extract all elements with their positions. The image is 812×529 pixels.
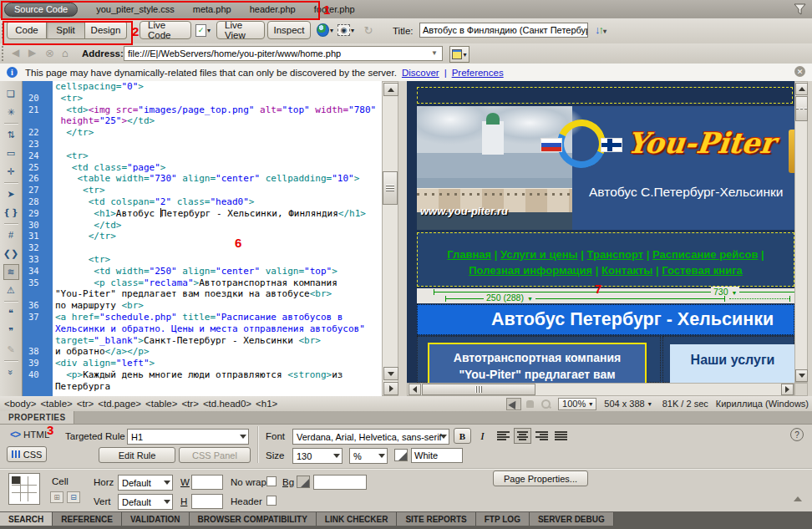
related-file-tab[interactable]: meta.php bbox=[193, 4, 231, 14]
nav-link[interactable]: Контакты bbox=[601, 264, 652, 277]
results-tab-site-reports[interactable]: SITE REPORTS bbox=[397, 512, 475, 526]
highlight-invalid-icon[interactable]: ❮❯ bbox=[3, 246, 19, 262]
home-icon[interactable]: ⌂ bbox=[62, 47, 69, 59]
italic-button[interactable]: I bbox=[474, 428, 491, 444]
unit-dropdown[interactable]: % bbox=[349, 448, 388, 464]
css-mode-button[interactable]: CSS bbox=[7, 446, 47, 462]
align-left-button[interactable] bbox=[495, 428, 512, 444]
align-justify-button[interactable] bbox=[552, 428, 570, 444]
split-view-button[interactable]: Split bbox=[47, 21, 85, 39]
nav-link[interactable]: Транспорт bbox=[587, 248, 644, 261]
filter-related-files-icon[interactable] bbox=[794, 3, 806, 18]
related-file-tab[interactable]: you_piter_style.css bbox=[96, 4, 175, 14]
tag-selector-item[interactable]: <table> bbox=[145, 399, 177, 409]
close-infobar-icon[interactable]: ✕ bbox=[794, 66, 805, 77]
design-view[interactable]: You-Piter Автобус С.Петербург-Хельсинки … bbox=[407, 81, 808, 396]
table-width-bar[interactable]: 730 ▼ 250 (288) ▼ bbox=[417, 288, 794, 303]
nav-link[interactable]: Расписание рейсов bbox=[652, 248, 758, 261]
bold-button[interactable]: B bbox=[454, 428, 471, 444]
height-input[interactable] bbox=[191, 494, 223, 509]
nowrap-checkbox[interactable] bbox=[266, 476, 277, 486]
vert-dropdown[interactable]: Default bbox=[118, 494, 173, 510]
code-navigator-icon[interactable]: ✳ bbox=[3, 104, 19, 120]
edit-rule-button[interactable]: Edit Rule bbox=[99, 447, 175, 463]
stop-icon[interactable]: ⊗ bbox=[45, 47, 54, 59]
code-vertical-scrollbar[interactable] bbox=[382, 81, 398, 396]
nav-link[interactable]: Гостевая книга bbox=[662, 264, 743, 277]
design-right-cell[interactable]: Наши услуги bbox=[662, 336, 794, 383]
width-input[interactable] bbox=[191, 475, 223, 490]
design-empty-table-row[interactable] bbox=[417, 87, 793, 104]
results-tab-reference[interactable]: REFERENCE bbox=[53, 512, 122, 526]
select-parent-tag-icon[interactable]: ➤ bbox=[3, 186, 19, 202]
size-dropdown[interactable]: 130 bbox=[292, 448, 343, 464]
related-file-tab[interactable]: footer.php bbox=[314, 4, 355, 14]
apply-comment-icon[interactable]: ❝ bbox=[3, 305, 19, 321]
remove-comment-icon[interactable]: ❞ bbox=[3, 323, 19, 339]
select-tool-icon[interactable] bbox=[506, 398, 521, 410]
html-mode-button[interactable]: <>HTML bbox=[10, 429, 49, 440]
source-code-button[interactable]: Source Code bbox=[4, 3, 78, 17]
results-tab-browser-compatibility[interactable]: BROWSER COMPATIBILITY bbox=[190, 512, 317, 526]
back-icon[interactable]: ◀ bbox=[12, 47, 19, 58]
word-wrap-icon[interactable]: ≋ bbox=[3, 264, 19, 280]
tag-selector-item[interactable]: <h1> bbox=[256, 399, 277, 409]
font-dropdown[interactable]: Verdana, Arial, Helvetica, sans-serif bbox=[292, 429, 449, 445]
file-transfer-icon[interactable]: ↓↑▾ bbox=[595, 23, 605, 36]
tag-selector-item[interactable]: <body> bbox=[4, 399, 36, 409]
expand-all-icon[interactable]: ✛ bbox=[3, 164, 19, 180]
design-left-cell[interactable]: Автотранспортная компания "You-Piter" пр… bbox=[417, 336, 661, 383]
view-options-icon[interactable]: ▾ bbox=[449, 46, 469, 63]
help-icon[interactable]: ? bbox=[790, 428, 804, 441]
promo-box[interactable]: Автотранспортная компания "You-Piter" пр… bbox=[428, 343, 647, 383]
results-tab-server-debug[interactable]: SERVER DEBUG bbox=[530, 512, 614, 526]
syntax-error-alerts-icon[interactable]: ⚠ bbox=[3, 282, 19, 298]
related-file-tab[interactable]: header.php bbox=[250, 4, 296, 14]
live-view-button[interactable]: Live View bbox=[216, 21, 265, 39]
design-h1-heading[interactable]: Автобус Петербург - Хельсинки bbox=[417, 304, 794, 335]
services-box[interactable]: Наши услуги bbox=[670, 344, 794, 383]
tag-selector-item[interactable]: <tr> bbox=[181, 399, 198, 409]
horz-dropdown[interactable]: Default bbox=[118, 475, 173, 491]
visual-aids-eye-icon[interactable]: ◉▾ bbox=[337, 23, 354, 38]
zoom-level-dropdown[interactable]: 100% ▾ bbox=[558, 398, 596, 410]
preview-in-browser-icon[interactable]: ▾ bbox=[317, 23, 333, 38]
collapse-full-tag-icon[interactable]: ⇅ bbox=[3, 127, 19, 143]
window-size-dropdown[interactable]: 504 x 388 ▾ bbox=[601, 398, 654, 410]
tag-selector-item[interactable]: <tr> bbox=[77, 399, 94, 409]
address-dropdown-icon[interactable]: ▼ bbox=[431, 49, 438, 57]
results-tab-link-checker[interactable]: LINK CHECKER bbox=[317, 512, 398, 526]
balance-braces-icon[interactable]: ❴❵ bbox=[3, 205, 19, 221]
open-documents-icon[interactable]: ❏ bbox=[3, 86, 19, 102]
title-input[interactable]: Автобус в Финляндию (Санкт Петербург - Х… bbox=[419, 23, 588, 38]
collapse-selection-icon[interactable]: ▭ bbox=[3, 145, 19, 161]
inspect-button[interactable]: Inspect bbox=[267, 21, 311, 39]
discover-link[interactable]: Discover bbox=[402, 68, 439, 78]
bg-color-input[interactable] bbox=[313, 475, 367, 490]
properties-tab[interactable]: PROPERTIES bbox=[0, 411, 74, 424]
live-code-button[interactable]: Live Code bbox=[140, 21, 191, 39]
collapse-panel-icon[interactable] bbox=[794, 496, 802, 501]
address-input[interactable]: file:///E|/WebServers/home/you-piter/www… bbox=[124, 46, 443, 61]
split-cell-icon[interactable]: ⊟ bbox=[67, 491, 80, 503]
results-tab-search[interactable]: SEARCH bbox=[0, 512, 53, 526]
tag-selector-item[interactable]: <td.page> bbox=[98, 399, 141, 409]
code-view[interactable]: cellspacing="0">20 <tr>21 <td><img src="… bbox=[23, 81, 382, 396]
design-horizontal-scrollbar[interactable] bbox=[407, 383, 794, 396]
nav-link[interactable]: Услуги и цены bbox=[500, 248, 578, 261]
preferences-link[interactable]: Preferences bbox=[452, 68, 504, 78]
check-page-icon[interactable]: ✓▾ bbox=[195, 23, 211, 38]
splitter-grip[interactable] bbox=[383, 171, 398, 205]
align-center-button[interactable] bbox=[514, 428, 531, 444]
text-color-swatch[interactable] bbox=[394, 449, 408, 461]
targeted-rule-dropdown[interactable]: H1 bbox=[127, 429, 249, 445]
results-tab-validation[interactable]: VALIDATION bbox=[122, 512, 190, 526]
tag-selector-item[interactable]: <td.head0> bbox=[203, 399, 251, 409]
header-checkbox[interactable] bbox=[266, 496, 277, 506]
page-properties-button[interactable]: Page Properties... bbox=[493, 471, 588, 486]
hand-tool-icon[interactable] bbox=[522, 398, 537, 410]
line-numbers-icon[interactable]: # bbox=[3, 227, 19, 243]
design-site-banner[interactable]: You-Piter Автобус С.Петербург-Хельсинки … bbox=[417, 106, 794, 230]
code-view-button[interactable]: Code bbox=[7, 21, 47, 39]
nav-link[interactable]: Полезная информация bbox=[469, 264, 592, 277]
